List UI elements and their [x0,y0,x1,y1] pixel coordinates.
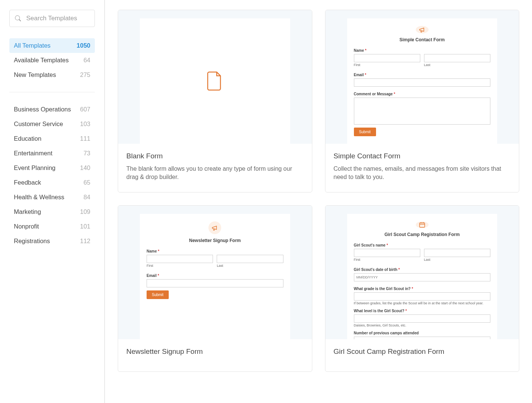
megaphone-icon-circle [208,221,221,234]
field-label: Comment or Message * [354,92,491,96]
sidebar-item-count: 111 [80,135,90,142]
sub-label: First [354,258,420,262]
template-preview: Simple Contact Form Name * First Last Em… [325,10,519,144]
camps-input [354,337,491,339]
preview-form-body: Name * First Last Email * Comment or Mes… [354,48,491,136]
sidebar-item-label: Entertainment [14,150,52,157]
field-label: What level is the Girl Scout? * [354,309,491,313]
field-label: Email * [354,73,491,77]
card-body: Girl Scout Camp Registration Form [325,339,519,371]
last-name-input [424,54,490,62]
card-body: Newsletter Signup Form [118,339,312,371]
template-card-girl-scout-camp-registration[interactable]: Girl Scout Camp Registration Form Girl S… [325,205,520,372]
field-label: Girl Scout's date of birth * [354,268,491,272]
sidebar-item-label: Registrations [14,238,50,245]
grade-input [354,292,491,301]
sidebar-divider [9,92,95,92]
sidebar-item-label: All Templates [14,42,51,49]
sub-label: Last [424,63,490,67]
document-icon [207,71,223,91]
submit-button: Submit [354,128,376,136]
sub-label: First [354,63,420,67]
level-input [354,314,491,323]
sidebar-item-education[interactable]: Education111 [9,131,95,146]
sidebar-item-marketing[interactable]: Marketing109 [9,205,95,219]
preview-inner [140,18,290,144]
template-preview [118,10,312,144]
preview-inner: Simple Contact Form Name * First Last Em… [347,18,498,144]
preview-form-title: Girl Scout Camp Registration Form [384,232,460,237]
template-card-newsletter-signup-form[interactable]: Newsletter Signup Form Name * First Last… [118,205,312,372]
field-hint: Daisies, Brownies, Girl Scouts, etc. [354,323,491,327]
search-box[interactable] [9,10,95,27]
megaphone-icon [419,26,426,33]
field-label: Email * [147,274,283,278]
sidebar-item-customer-service[interactable]: Customer Service103 [9,117,95,131]
sidebar-item-label: Business Operations [14,106,71,113]
search-input[interactable] [26,15,89,22]
card-description: Collect the names, emails, and messages … [334,165,511,181]
sidebar-item-count: 140 [80,164,90,171]
sidebar-item-entertainment[interactable]: Entertainment73 [9,146,95,161]
template-card-blank-form[interactable]: Blank Form The blank form allows you to … [118,10,312,192]
category-list: Business Operations607 Customer Service1… [9,102,95,248]
sidebar-item-count: 275 [80,71,90,78]
sidebar-item-label: Education [14,135,41,142]
card-title: Blank Form [126,152,304,160]
sidebar-item-label: Customer Service [14,120,63,128]
sidebar-item-nonprofit[interactable]: Nonprofit101 [9,219,95,234]
sidebar-item-count: 73 [84,150,90,157]
first-name-input [147,255,213,263]
preview-inner: Girl Scout Camp Registration Form Girl S… [347,214,498,339]
sidebar-item-label: Marketing [14,208,41,215]
field-label: Name * [147,249,283,253]
sidebar-item-business-operations[interactable]: Business Operations607 [9,102,95,117]
template-preview: Girl Scout Camp Registration Form Girl S… [325,206,519,339]
sidebar-item-count: 1050 [76,42,90,49]
sub-label: Last [217,264,283,268]
sidebar-item-label: New Templates [14,71,56,78]
sidebar-item-count: 64 [84,57,90,64]
first-name-input [354,249,420,257]
sidebar-item-count: 84 [84,194,90,201]
first-name-input [354,54,420,62]
dob-input [354,273,491,281]
sidebar-item-registrations[interactable]: Registrations112 [9,234,95,248]
sidebar-item-new-templates[interactable]: New Templates 275 [9,68,95,82]
sidebar-item-label: Nonprofit [14,223,39,230]
sidebar-item-event-planning[interactable]: Event Planning140 [9,161,95,175]
field-label: Girl Scout's name * [354,243,491,247]
last-name-input [424,249,490,257]
search-icon [15,15,21,21]
template-card-simple-contact-form[interactable]: Simple Contact Form Name * First Last Em… [325,10,520,192]
sidebar-item-count: 112 [80,238,90,245]
email-input [354,78,491,87]
preview-inner: Newsletter Signup Form Name * First Last… [140,214,290,339]
template-grid: Blank Form The blank form allows you to … [105,0,532,403]
submit-button: Submit [147,290,169,299]
sidebar-item-label: Available Templates [14,57,69,64]
card-title: Simple Contact Form [334,152,511,160]
svg-rect-0 [420,223,425,227]
field-label: What grade is the Girl Scout in? * [354,287,491,291]
preview-form-title: Simple Contact Form [399,37,445,42]
sidebar: All Templates 1050 Available Templates 6… [0,0,105,403]
sidebar-item-feedback[interactable]: Feedback65 [9,175,95,190]
preview-form-title: Newsletter Signup Form [189,238,241,243]
email-input [147,279,283,287]
field-label: Number of previous camps attended [354,331,491,335]
sidebar-item-all-templates[interactable]: All Templates 1050 [9,38,95,53]
card-title: Newsletter Signup Form [126,347,304,356]
sidebar-item-count: 607 [80,106,90,113]
top-category-list: All Templates 1050 Available Templates 6… [9,38,95,82]
calendar-icon-circle [416,221,429,228]
template-preview: Newsletter Signup Form Name * First Last… [118,206,312,339]
preview-form-body: Girl Scout's name * First Last Girl Scou… [354,243,491,339]
sidebar-item-health-wellness[interactable]: Health & Wellness84 [9,190,95,205]
sidebar-item-count: 65 [84,179,90,186]
megaphone-icon [211,224,218,231]
sidebar-item-available-templates[interactable]: Available Templates 64 [9,53,95,68]
sidebar-item-label: Feedback [14,179,41,186]
sidebar-item-count: 103 [80,120,90,128]
card-body: Simple Contact Form Collect the names, e… [325,144,519,192]
